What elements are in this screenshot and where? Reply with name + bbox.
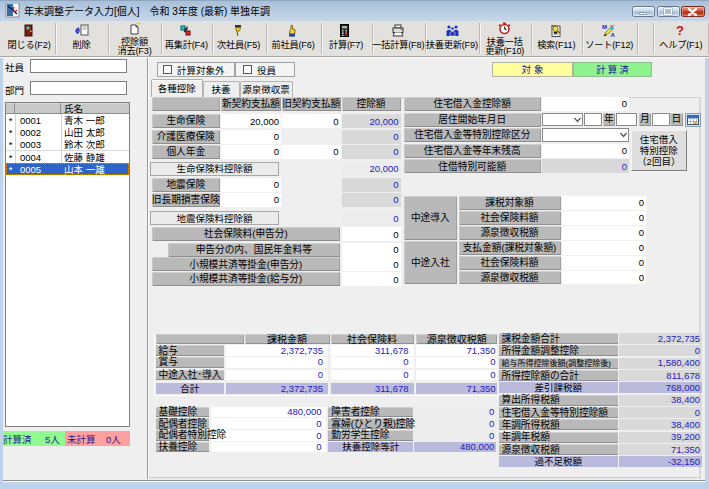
svg-text:M: M xyxy=(602,24,607,30)
svg-text:?: ? xyxy=(676,24,684,37)
